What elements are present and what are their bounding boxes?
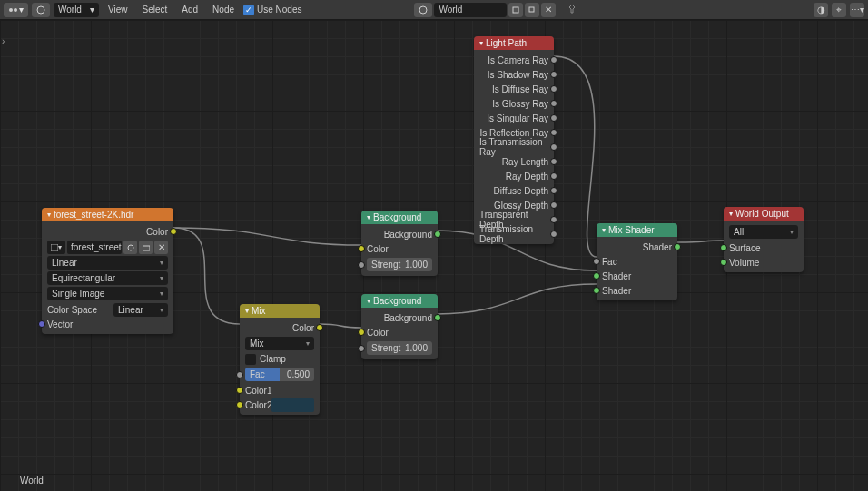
node-background-2[interactable]: Background Background Color Strengt1.000: [361, 294, 438, 359]
svg-point-0: [9, 8, 13, 12]
folder-icon: [143, 244, 150, 251]
socket-shader2-in[interactable]: [593, 287, 600, 294]
socket-volume-in[interactable]: [720, 259, 727, 266]
globe-icon: [36, 5, 45, 15]
node-editor-icon: [8, 5, 17, 15]
socket-out[interactable]: [550, 100, 557, 107]
shader-type-dropdown[interactable]: [32, 3, 50, 17]
image-mode-dropdown[interactable]: Single Image: [47, 287, 168, 300]
blend-mode-dropdown[interactable]: Mix: [245, 337, 314, 350]
colorspace-dropdown[interactable]: Linear: [113, 303, 168, 317]
projection-dropdown[interactable]: Equirectangular: [47, 271, 168, 285]
node-header[interactable]: forest_street-2K.hdr: [42, 208, 173, 221]
socket-out[interactable]: [550, 201, 557, 209]
clamp-checkbox[interactable]: [245, 354, 256, 365]
use-nodes-checkbox[interactable]: ✓ Use Nodes: [243, 5, 301, 15]
pin-icon: [567, 4, 577, 15]
fake-user-button[interactable]: [508, 3, 523, 17]
socket-out[interactable]: [550, 129, 557, 136]
socket-vector-in[interactable]: [38, 320, 45, 328]
socket-background-out[interactable]: [434, 314, 441, 321]
color2-swatch[interactable]: [271, 398, 314, 412]
socket-background-out[interactable]: [434, 231, 441, 238]
breadcrumb: World: [20, 476, 44, 486]
open-file-button[interactable]: [139, 241, 153, 254]
users-button[interactable]: [123, 241, 137, 254]
socket-color-in[interactable]: [358, 245, 365, 252]
shield-icon: [512, 6, 519, 14]
socket-out[interactable]: [550, 158, 557, 165]
socket-out[interactable]: [550, 172, 557, 180]
node-graph[interactable]: › forest_street-2K.hdr Color ▾ forest_st…: [0, 20, 868, 491]
world-dropdown[interactable]: World▾: [54, 3, 99, 17]
editor-type-dropdown[interactable]: ▾: [4, 3, 28, 17]
svg-point-2: [37, 6, 44, 14]
menu-view[interactable]: View: [103, 5, 133, 15]
image-browse-button[interactable]: ▾: [47, 241, 65, 254]
node-light-path[interactable]: Light Path Is Camera Ray Is Shadow Ray I…: [474, 36, 554, 244]
world-browse-button[interactable]: [414, 3, 432, 17]
socket-out[interactable]: [550, 187, 557, 194]
overlay-button[interactable]: ◑: [814, 3, 828, 17]
socket-strength-in[interactable]: [358, 345, 365, 352]
node-header[interactable]: Mix: [240, 304, 320, 318]
svg-point-1: [14, 8, 17, 12]
socket-out[interactable]: [550, 114, 557, 122]
sidebar-toggle[interactable]: ›: [2, 36, 5, 46]
socket-out[interactable]: [550, 216, 557, 223]
socket-out[interactable]: [550, 143, 557, 151]
pin-button[interactable]: [567, 4, 577, 16]
node-header[interactable]: Background: [361, 294, 438, 308]
unlink-button[interactable]: ✕: [541, 3, 556, 17]
menu-select[interactable]: Select: [137, 5, 173, 15]
node-header[interactable]: World Output: [724, 207, 804, 221]
menu-add[interactable]: Add: [176, 5, 203, 15]
socket-fac-in[interactable]: [593, 258, 600, 265]
node-header[interactable]: Light Path: [474, 36, 554, 50]
socket-out[interactable]: [550, 56, 557, 64]
options-dropdown[interactable]: ⋯▾: [850, 3, 864, 17]
check-icon: ✓: [243, 5, 254, 15]
socket-color1-in[interactable]: [236, 387, 243, 394]
target-dropdown[interactable]: All: [729, 225, 798, 239]
snap-button[interactable]: ⌖: [832, 3, 846, 17]
socket-color-in[interactable]: [358, 329, 365, 336]
socket-color2-in[interactable]: [236, 401, 243, 408]
image-icon: [51, 244, 58, 251]
node-header[interactable]: Background: [361, 211, 438, 224]
interpolation-dropdown[interactable]: Linear: [47, 256, 168, 270]
new-world-button[interactable]: [525, 3, 539, 17]
socket-out[interactable]: [550, 71, 557, 78]
svg-rect-8: [143, 246, 150, 250]
image-name-field[interactable]: forest_street-...: [67, 241, 122, 254]
node-mixrgb[interactable]: Mix Color Mix Clamp Fac0.500 Color1 Colo…: [240, 304, 320, 415]
socket-strength-in[interactable]: [358, 261, 365, 269]
socket-out[interactable]: [550, 231, 557, 238]
strength-slider[interactable]: Strengt1.000: [367, 258, 432, 271]
lightpath-outputs: Is Camera Ray Is Shadow Ray Is Diffuse R…: [474, 50, 554, 244]
node-background-1[interactable]: Background Background Color Strengt1.000: [361, 211, 438, 276]
node-header[interactable]: Mix Shader: [597, 223, 677, 237]
svg-point-7: [128, 245, 133, 250]
globe-icon: [419, 5, 428, 15]
socket-out[interactable]: [550, 85, 557, 93]
node-mix-shader[interactable]: Mix Shader Shader Fac Shader Shader: [597, 223, 677, 300]
toolbar: ▾ World▾ View Select Add Node ✓ Use Node…: [0, 0, 868, 20]
world-name-field[interactable]: World: [434, 3, 507, 17]
socket-shader1-in[interactable]: [593, 272, 600, 280]
strength-slider[interactable]: Strengt1.000: [367, 341, 432, 355]
socket-fac-in[interactable]: [236, 371, 243, 378]
svg-point-3: [419, 6, 427, 14]
node-environment-texture[interactable]: forest_street-2K.hdr Color ▾ forest_stre…: [42, 208, 173, 334]
svg-rect-5: [529, 7, 534, 12]
socket-color-out[interactable]: [170, 228, 177, 235]
node-world-output[interactable]: World Output All Surface Volume: [724, 207, 804, 272]
socket-shader-out[interactable]: [674, 243, 681, 250]
copy-icon: [528, 6, 536, 14]
socket-color-out[interactable]: [316, 324, 323, 331]
users-icon: [127, 244, 134, 251]
menu-node[interactable]: Node: [207, 5, 240, 15]
socket-surface-in[interactable]: [720, 244, 727, 251]
unlink-image-button[interactable]: ✕: [154, 241, 168, 254]
fac-slider[interactable]: Fac0.500: [245, 368, 314, 381]
